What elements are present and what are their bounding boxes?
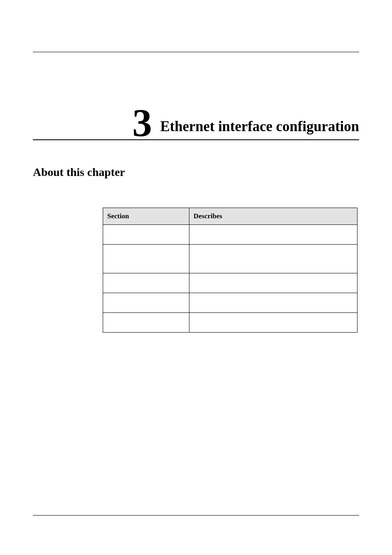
table-row — [103, 273, 357, 293]
cell-section — [103, 312, 189, 332]
chapter-title: Ethernet interface configuration — [160, 119, 359, 138]
bottom-rule — [33, 515, 359, 516]
chapter-sections-table-wrap: Section Describes — [103, 208, 357, 333]
table-header-row: Section Describes — [103, 208, 357, 224]
cell-section — [103, 224, 189, 244]
chapter-number: 3 — [132, 108, 160, 139]
chapter-sections-table: Section Describes — [103, 208, 357, 333]
cell-section — [103, 244, 189, 273]
table-row — [103, 224, 357, 244]
chapter-heading-block: 3 Ethernet interface configuration — [33, 107, 359, 140]
cell-describes — [189, 273, 357, 293]
table-row — [103, 244, 357, 273]
th-section: Section — [103, 208, 189, 224]
cell-describes — [189, 293, 357, 312]
cell-describes — [189, 244, 357, 273]
cell-section — [103, 273, 189, 293]
chapter-title-row: 3 Ethernet interface configuration — [33, 107, 359, 140]
table-row — [103, 293, 357, 312]
top-rule — [33, 52, 359, 52]
cell-describes — [189, 224, 357, 244]
about-this-chapter-heading: About this chapter — [33, 166, 359, 179]
page: 3 Ethernet interface configuration About… — [0, 0, 392, 555]
cell-section — [103, 293, 189, 312]
th-describes: Describes — [189, 208, 357, 224]
cell-describes — [189, 312, 357, 332]
table-row — [103, 312, 357, 332]
